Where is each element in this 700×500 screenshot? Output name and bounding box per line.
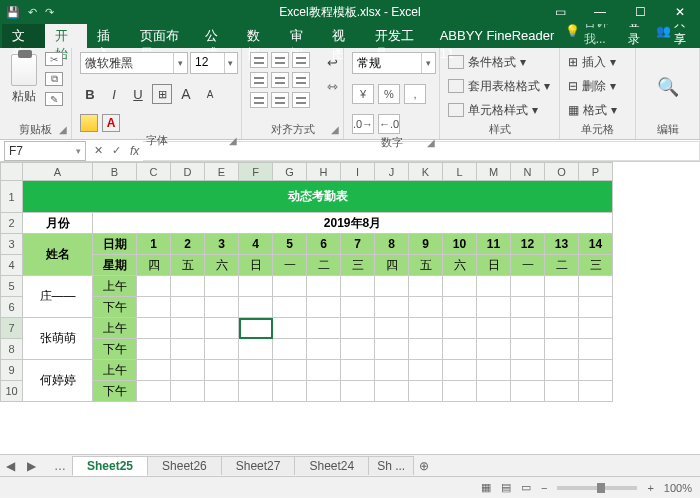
format-as-table-button[interactable]: 套用表格格式 ▾	[448, 76, 550, 96]
weekday-cell-6[interactable]: 二	[307, 255, 341, 276]
data-cell[interactable]	[205, 297, 239, 318]
data-cell[interactable]	[477, 297, 511, 318]
font-name-select[interactable]: 微软雅黑▾	[80, 52, 188, 74]
tab-insert[interactable]: 插入	[87, 24, 130, 48]
data-cell[interactable]	[171, 297, 205, 318]
minimize-icon[interactable]: —	[580, 0, 620, 24]
dialog-launcher-icon[interactable]: ◢	[229, 133, 237, 149]
align-bottom-button[interactable]	[292, 52, 310, 68]
col-header-G[interactable]: G	[273, 163, 307, 181]
data-cell[interactable]	[443, 360, 477, 381]
data-cell[interactable]	[171, 360, 205, 381]
data-cell[interactable]	[137, 360, 171, 381]
name-cell[interactable]: 张萌萌	[23, 318, 93, 360]
data-cell[interactable]	[579, 360, 613, 381]
data-cell[interactable]	[171, 318, 205, 339]
format-painter-icon[interactable]	[45, 92, 63, 106]
align-top-button[interactable]	[250, 52, 268, 68]
number-format-select[interactable]: 常规▾	[352, 52, 436, 74]
col-header-P[interactable]: P	[579, 163, 613, 181]
weekday-cell-7[interactable]: 三	[341, 255, 375, 276]
week-header-cell[interactable]: 星期	[93, 255, 137, 276]
day-cell-8[interactable]: 8	[375, 234, 409, 255]
data-cell[interactable]	[205, 339, 239, 360]
tab-page-layout[interactable]: 页面布局	[130, 24, 195, 48]
data-cell[interactable]	[409, 276, 443, 297]
align-left-button[interactable]	[250, 72, 268, 88]
data-cell[interactable]	[137, 318, 171, 339]
font-size-select[interactable]: 12▾	[190, 52, 238, 74]
data-cell[interactable]	[273, 339, 307, 360]
name-cell[interactable]: 庄——	[23, 276, 93, 318]
data-cell[interactable]	[579, 381, 613, 402]
data-cell[interactable]	[307, 276, 341, 297]
data-cell[interactable]	[273, 381, 307, 402]
row-header-1[interactable]: 1	[1, 181, 23, 213]
data-cell[interactable]	[273, 318, 307, 339]
col-header-O[interactable]: O	[545, 163, 579, 181]
weekday-cell-11[interactable]: 日	[477, 255, 511, 276]
name-cell[interactable]: 何婷婷	[23, 360, 93, 402]
undo-icon[interactable]: ↶	[28, 6, 37, 19]
name-box[interactable]: F7▾	[4, 141, 86, 161]
new-sheet-icon[interactable]: ⊕	[413, 459, 435, 473]
font-color-button[interactable]: A	[102, 114, 120, 132]
weekday-cell-8[interactable]: 四	[375, 255, 409, 276]
weekday-cell-2[interactable]: 五	[171, 255, 205, 276]
cell-styles-button[interactable]: 单元格样式 ▾	[448, 100, 538, 120]
period-cell[interactable]: 下午	[93, 381, 137, 402]
date-header-cell[interactable]: 日期	[93, 234, 137, 255]
data-cell[interactable]	[443, 381, 477, 402]
period-cell[interactable]: 下午	[93, 339, 137, 360]
data-cell[interactable]	[511, 381, 545, 402]
decrease-indent-button[interactable]	[250, 92, 268, 108]
weekday-cell-13[interactable]: 二	[545, 255, 579, 276]
tab-formulas[interactable]: 公式	[195, 24, 238, 48]
sheet-tab-ellipsis[interactable]: …	[48, 459, 72, 473]
name-header-cell[interactable]: 姓名	[23, 234, 93, 276]
data-cell[interactable]	[341, 318, 375, 339]
tab-scroll-left-icon[interactable]: ◀	[0, 459, 21, 473]
comma-button[interactable]: ,	[404, 84, 426, 104]
data-cell[interactable]	[443, 318, 477, 339]
data-cell[interactable]	[409, 297, 443, 318]
orientation-button[interactable]	[292, 92, 310, 108]
month-label-cell[interactable]: 月份	[23, 213, 93, 234]
wrap-text-button[interactable]: ↩	[320, 52, 344, 72]
col-header-B[interactable]: B	[93, 163, 137, 181]
row-header-8[interactable]: 8	[1, 339, 23, 360]
view-page-layout-icon[interactable]: ▤	[501, 481, 511, 494]
data-cell[interactable]	[137, 297, 171, 318]
data-cell[interactable]	[375, 381, 409, 402]
align-center-button[interactable]	[271, 72, 289, 88]
data-cell[interactable]	[579, 339, 613, 360]
accounting-button[interactable]: ¥	[352, 84, 374, 104]
italic-button[interactable]: I	[104, 84, 124, 104]
data-cell[interactable]	[137, 276, 171, 297]
grow-font-button[interactable]: A	[176, 84, 196, 104]
data-cell[interactable]	[545, 318, 579, 339]
col-header-N[interactable]: N	[511, 163, 545, 181]
data-cell[interactable]	[341, 381, 375, 402]
fill-color-button[interactable]	[80, 114, 98, 132]
close-icon[interactable]: ✕	[660, 0, 700, 24]
sheet-tab-sheet24[interactable]: Sheet24	[294, 456, 369, 475]
weekday-cell-14[interactable]: 三	[579, 255, 613, 276]
tab-developer[interactable]: 开发工具	[365, 24, 430, 48]
data-cell[interactable]	[205, 276, 239, 297]
weekday-cell-9[interactable]: 五	[409, 255, 443, 276]
data-cell[interactable]	[443, 339, 477, 360]
data-cell[interactable]	[375, 318, 409, 339]
data-cell[interactable]	[171, 381, 205, 402]
format-cells-button[interactable]: ▦格式 ▾	[568, 100, 617, 120]
data-cell[interactable]	[375, 297, 409, 318]
period-cell[interactable]: 上午	[93, 318, 137, 339]
tab-data[interactable]: 数据	[237, 24, 280, 48]
day-cell-13[interactable]: 13	[545, 234, 579, 255]
maximize-icon[interactable]: ☐	[620, 0, 660, 24]
title-cell[interactable]: 动态考勤表	[23, 181, 613, 213]
day-cell-4[interactable]: 4	[239, 234, 273, 255]
data-cell[interactable]	[511, 360, 545, 381]
data-cell[interactable]	[171, 276, 205, 297]
shrink-font-button[interactable]: A	[200, 84, 220, 104]
